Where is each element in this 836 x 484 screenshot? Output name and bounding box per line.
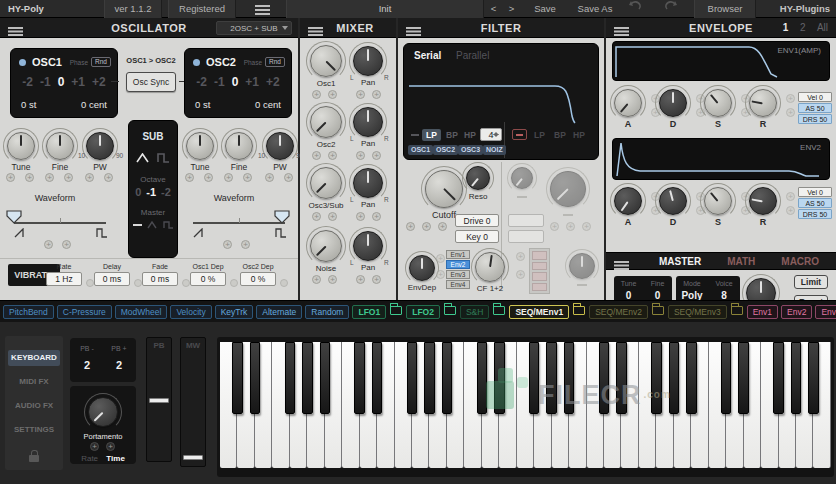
sub-master-wave1-icon[interactable] xyxy=(147,221,158,229)
osc1-mod-slot-6[interactable] xyxy=(104,173,113,182)
mod-source-pitchbend[interactable]: PitchBend xyxy=(3,305,54,319)
browser-button[interactable]: Browser xyxy=(694,0,756,18)
black-key-after-white-27[interactable] xyxy=(686,342,696,414)
filter-envdep-knob[interactable] xyxy=(409,255,435,281)
mod-lfo2-button[interactable]: LFO2 xyxy=(406,305,440,319)
mixer-noise-level-knob[interactable] xyxy=(310,230,342,262)
env1-a-knob-knob[interactable] xyxy=(614,89,642,117)
pb-minus-value[interactable]: 2 xyxy=(72,359,102,371)
env1-vel-box[interactable]: Vel 0 xyxy=(798,92,832,102)
filter2-drive-box[interactable] xyxy=(508,214,544,227)
vibrato-fade-value[interactable]: 0 ms xyxy=(142,272,178,286)
black-key-after-white-2[interactable] xyxy=(250,342,260,414)
osc1-cent-value[interactable]: 0 cent xyxy=(81,99,107,110)
black-key-after-white-19[interactable] xyxy=(546,342,556,414)
black-key-after-white-6[interactable] xyxy=(320,342,330,414)
env1-mod-4a[interactable] xyxy=(786,94,795,103)
filter1-slope-spinner[interactable]: 4 xyxy=(480,128,502,141)
osc1-octave--1[interactable]: -1 xyxy=(40,75,51,89)
env2-mod-4b[interactable] xyxy=(786,206,795,215)
sub-octave--1[interactable]: -1 xyxy=(146,186,156,198)
osc2-octave-0[interactable]: 0 xyxy=(232,75,239,89)
filter1-type-hp[interactable]: HP xyxy=(464,129,476,141)
osc1-pw-knob[interactable] xyxy=(86,132,114,160)
sub-octave-0[interactable]: 0 xyxy=(135,186,141,198)
mixer-osc1-level-knob[interactable] xyxy=(310,45,342,77)
osc1-octave-0[interactable]: 0 xyxy=(58,75,65,89)
master-tab-math[interactable]: MATH xyxy=(727,253,755,271)
filter-cutoff-mod-slot-1[interactable] xyxy=(406,222,415,231)
osc1-mod-slot-4[interactable] xyxy=(64,173,73,182)
filter1-type-bp[interactable]: BP xyxy=(446,129,458,141)
mod-seq2-folder-icon[interactable] xyxy=(651,306,665,317)
filter2-reso-knob[interactable] xyxy=(511,167,533,189)
osc2-waveform-handle[interactable] xyxy=(274,210,290,224)
redo-icon[interactable] xyxy=(664,0,686,18)
save-as-button[interactable]: Save As xyxy=(568,0,622,18)
black-key-after-white-26[interactable] xyxy=(669,342,679,414)
filter2-cf-slider[interactable] xyxy=(529,248,550,294)
prev-preset-button[interactable]: < xyxy=(486,0,501,18)
mod-sh-folder-icon[interactable] xyxy=(492,306,506,317)
master-tab-master[interactable]: MASTER xyxy=(659,253,701,271)
osc1-semitone-value[interactable]: 0 st xyxy=(21,99,36,110)
mod-lfo1-button[interactable]: LFO1 xyxy=(352,305,386,319)
black-key-after-white-30[interactable] xyxy=(738,342,748,414)
mod-env2-button[interactable]: Env2 xyxy=(781,305,812,319)
osc2-mod-slot-4[interactable] xyxy=(243,173,252,182)
filter-cf-knob[interactable] xyxy=(475,252,505,282)
osc2-tune-knob[interactable] xyxy=(186,132,214,160)
spinner-down-icon[interactable] xyxy=(493,134,499,137)
filter2-cutoff-mod-slot-2[interactable] xyxy=(566,222,575,231)
mod-env3-button[interactable]: Env3 xyxy=(815,305,836,319)
osc1-wave-mod-slot-1[interactable] xyxy=(44,240,53,249)
sidebar-item-midi-fx[interactable]: MIDI FX xyxy=(8,374,60,390)
sub-wave-square-icon[interactable] xyxy=(157,153,170,163)
osc2-enable-led[interactable] xyxy=(193,59,200,66)
osc1-octave-+2[interactable]: +2 xyxy=(92,75,106,89)
limit-button[interactable]: Limit xyxy=(794,275,828,289)
filter2-cutoff-mod-slot-1[interactable] xyxy=(550,222,559,231)
env2-a-knob-knob[interactable] xyxy=(614,187,642,215)
black-key-after-white-1[interactable] xyxy=(232,342,242,414)
black-key-after-white-34[interactable] xyxy=(808,342,818,414)
filter2-mod-1[interactable] xyxy=(516,252,525,261)
vibrato-osc1-dep-value[interactable]: 0 % xyxy=(190,272,226,286)
osc2-cent-value[interactable]: 0 cent xyxy=(255,99,281,110)
black-key-after-white-8[interactable] xyxy=(354,342,364,414)
vibrato-osc2-dep-value[interactable]: 0 % xyxy=(240,272,276,286)
osc1-octave--2[interactable]: -2 xyxy=(22,75,33,89)
mixer-row4-mod-slot-3[interactable] xyxy=(356,275,365,284)
black-key-after-white-11[interactable] xyxy=(407,342,417,414)
mod-source-modwheel[interactable]: ModWheel xyxy=(115,305,168,319)
black-key-after-white-32[interactable] xyxy=(773,342,783,414)
env1-mod-4b[interactable] xyxy=(786,108,795,117)
black-key-after-white-16[interactable] xyxy=(494,342,504,414)
filter2-off-button[interactable] xyxy=(512,129,527,140)
mod-seq3-folder-icon[interactable] xyxy=(730,306,744,317)
mod-seqmenv3-button[interactable]: SEQ/MEnv3 xyxy=(668,305,727,319)
osc2-octave-+1[interactable]: +1 xyxy=(245,75,259,89)
filter-cutoff-mod-slot-3[interactable] xyxy=(438,222,447,231)
osc2-semitone-value[interactable]: 0 st xyxy=(195,99,210,110)
envelope-tab-all[interactable]: All xyxy=(817,22,828,33)
sub-master-off-option[interactable] xyxy=(133,224,142,226)
mixer-row4-mod-slot-4[interactable] xyxy=(372,275,381,284)
mod-sh-button[interactable]: S&H xyxy=(460,305,489,319)
env1-a-knob[interactable]: A xyxy=(605,89,651,129)
osc2-octave--2[interactable]: -2 xyxy=(196,75,207,89)
black-key-after-white-13[interactable] xyxy=(442,342,452,414)
osc1-wave-mod-slot-2[interactable] xyxy=(62,240,71,249)
main-menu-button[interactable] xyxy=(250,0,274,18)
mod-source-cpressure[interactable]: C-Pressure xyxy=(57,305,112,319)
osc1-waveform-handle[interactable] xyxy=(6,210,22,224)
env1-drs-box[interactable]: DRS 50 xyxy=(798,114,832,124)
portamento-knob[interactable] xyxy=(88,397,118,427)
env1-s-knob[interactable]: S xyxy=(695,89,741,129)
filter2-type-bp[interactable]: BP xyxy=(554,129,566,141)
pb-plus-value[interactable]: 2 xyxy=(104,359,134,371)
mixer-osc1-pan-knob[interactable] xyxy=(353,46,383,76)
mixer-osc2-pan-knob[interactable] xyxy=(353,107,383,137)
filter-drive-box[interactable]: Drive 0 xyxy=(455,214,499,227)
filter1-input-noiz[interactable]: NOIZ xyxy=(483,145,506,155)
